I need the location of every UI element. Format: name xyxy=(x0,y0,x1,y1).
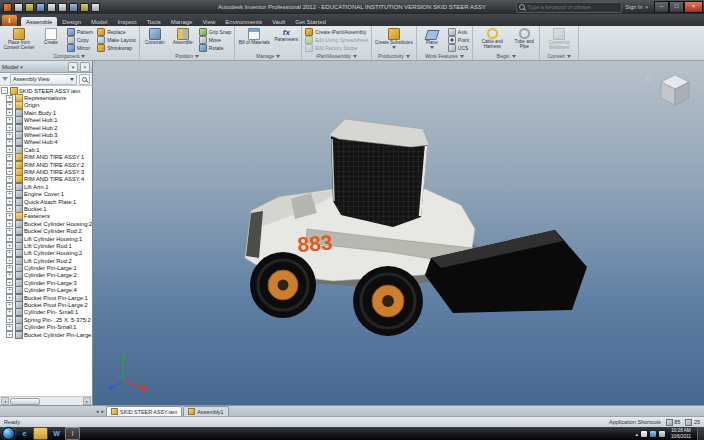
expand-icon[interactable]: + xyxy=(6,228,13,235)
expand-icon[interactable]: + xyxy=(6,316,13,323)
panel-label-convert[interactable]: Convert xyxy=(542,52,576,60)
scroll-right-icon[interactable]: ▸ xyxy=(83,397,91,405)
browser-dock-button[interactable]: ▾ xyxy=(68,62,78,72)
viewcube[interactable] xyxy=(658,73,692,107)
expand-icon[interactable]: + xyxy=(6,205,13,212)
constrain-button[interactable]: Constrain xyxy=(142,27,168,52)
ribbon-small-button[interactable]: Create iPart/iAssembly xyxy=(304,28,369,35)
taskbar-app-button[interactable]: e xyxy=(18,428,31,439)
create-substitutes-button[interactable]: Create Substitutes xyxy=(374,27,414,52)
collapse-icon[interactable]: − xyxy=(1,87,8,94)
expand-icon[interactable]: + xyxy=(6,124,13,131)
ribbon-tab[interactable]: Inspect xyxy=(112,17,141,26)
expand-icon[interactable]: + xyxy=(6,235,13,242)
update-icon[interactable] xyxy=(91,3,100,12)
volume-icon[interactable] xyxy=(659,431,665,437)
sign-in-caret-icon[interactable]: ▾ xyxy=(645,4,648,10)
expand-icon[interactable]: + xyxy=(6,109,13,116)
ribbon-tab[interactable]: Get Started xyxy=(290,17,331,26)
ribbon-tab[interactable]: Model xyxy=(86,17,112,26)
ribbon-tab[interactable]: Environments xyxy=(220,17,267,26)
save-icon[interactable] xyxy=(36,3,45,12)
ribbon-tab[interactable]: Assemble xyxy=(21,17,57,26)
browser-view-selector[interactable]: Assembly View xyxy=(10,74,77,85)
ribbon-small-button[interactable]: Edit Factory Scope xyxy=(304,44,369,51)
expand-icon[interactable]: + xyxy=(6,294,13,301)
panel-label-component[interactable]: Component xyxy=(2,52,137,60)
show-hidden-icons-icon[interactable]: ▴ xyxy=(635,431,638,437)
expand-icon[interactable]: + xyxy=(6,176,13,183)
maximize-button[interactable]: □ xyxy=(669,1,684,13)
expand-icon[interactable]: + xyxy=(6,331,13,338)
ribbon-small-button[interactable]: Axis xyxy=(447,28,470,35)
taskbar-app-button[interactable]: I xyxy=(65,427,80,440)
browser-horizontal-scrollbar[interactable]: ◂ ▸ xyxy=(0,396,92,405)
work-plane-button[interactable]: Plane xyxy=(419,27,445,52)
browser-search-icon[interactable] xyxy=(79,74,90,85)
expand-icon[interactable]: + xyxy=(6,102,13,109)
expand-icon[interactable]: + xyxy=(6,324,13,331)
ribbon-small-button[interactable]: Make Layout xyxy=(96,36,137,43)
network-icon[interactable] xyxy=(650,431,656,437)
expand-icon[interactable]: + xyxy=(6,257,13,264)
assemble-button[interactable]: Assemble xyxy=(170,27,196,52)
application-shortcuts-label[interactable]: Application Shortcuts xyxy=(609,419,661,425)
expand-icon[interactable]: + xyxy=(6,183,13,190)
expand-icon[interactable]: + xyxy=(6,250,13,257)
ribbon-tab[interactable]: Manage xyxy=(166,17,198,26)
ribbon-small-button[interactable]: Point xyxy=(447,36,470,43)
ribbon-small-button[interactable]: UCS xyxy=(447,44,470,51)
show-desktop-button[interactable] xyxy=(697,427,704,440)
open-file-icon[interactable] xyxy=(25,3,34,12)
ribbon-small-button[interactable]: Rotate xyxy=(198,44,233,51)
panel-label-ipart[interactable]: iPart/iAssembly xyxy=(304,52,369,60)
expand-icon[interactable]: + xyxy=(6,309,13,316)
ribbon-small-button[interactable]: Mirror xyxy=(66,44,94,51)
browser-close-button[interactable]: × xyxy=(80,62,90,72)
ribbon-small-button[interactable]: Replace xyxy=(96,28,137,35)
scroll-left-icon[interactable]: ◂ xyxy=(1,397,9,405)
ribbon-tab[interactable]: Vault xyxy=(267,17,290,26)
search-input[interactable] xyxy=(527,4,619,10)
browser-menu-caret-icon[interactable]: ▾ xyxy=(20,64,23,70)
minimize-button[interactable]: – xyxy=(654,1,669,13)
expand-icon[interactable]: + xyxy=(6,213,13,220)
doc-tab-back-icon[interactable]: ◂ xyxy=(95,407,100,416)
ribbon-small-button[interactable]: Shrinkwrap xyxy=(96,44,137,51)
tree-item[interactable]: + Bucket Cylinder Pin-Large:1 xyxy=(6,331,92,338)
cable-and-harness-button[interactable]: Cable and Harness xyxy=(475,27,509,52)
expand-icon[interactable]: + xyxy=(6,146,13,153)
ribbon-small-button[interactable]: Edit Using Spreadsheet xyxy=(304,36,369,43)
parameters-button[interactable]: fx Parameters xyxy=(273,27,299,52)
application-menu-button[interactable]: I xyxy=(2,15,17,26)
expand-icon[interactable]: + xyxy=(6,139,13,146)
expand-icon[interactable]: + xyxy=(6,302,13,309)
expand-icon[interactable]: + xyxy=(6,242,13,249)
ribbon-tab[interactable]: Tools xyxy=(142,17,166,26)
start-button[interactable] xyxy=(2,427,15,440)
action-center-icon[interactable] xyxy=(641,431,647,437)
sign-in-button[interactable]: Sign In xyxy=(625,4,642,10)
ribbon-tab[interactable]: Design xyxy=(57,17,86,26)
taskbar-app-button[interactable]: W xyxy=(50,428,63,439)
panel-label-begin[interactable]: Begin xyxy=(475,52,537,60)
panel-label-manage[interactable]: Manage xyxy=(237,52,299,60)
skid-steer-model[interactable]: 883 xyxy=(245,119,587,336)
expand-icon[interactable]: + xyxy=(6,279,13,286)
redo-icon[interactable] xyxy=(58,3,67,12)
filter-icon[interactable] xyxy=(2,77,8,81)
scroll-thumb[interactable] xyxy=(10,398,40,405)
expand-icon[interactable]: + xyxy=(6,132,13,139)
tube-and-pipe-button[interactable]: Tube and Pipe xyxy=(511,27,537,52)
expand-icon[interactable]: + xyxy=(6,154,13,161)
panel-label-productivity[interactable]: Productivity xyxy=(374,52,414,60)
close-button[interactable]: × xyxy=(684,1,703,13)
help-search-box[interactable] xyxy=(516,2,622,13)
expand-icon[interactable]: + xyxy=(6,161,13,168)
graphics-viewport[interactable]: 883 xyxy=(93,61,704,405)
expand-icon[interactable]: + xyxy=(6,265,13,272)
taskbar-app-button[interactable] xyxy=(33,427,48,440)
convert-to-weldment-button[interactable]: Convert to Weldment xyxy=(542,27,576,52)
expand-icon[interactable]: + xyxy=(6,191,13,198)
taskbar-clock[interactable]: 10:28 AM 10/6/2011 xyxy=(668,428,694,439)
